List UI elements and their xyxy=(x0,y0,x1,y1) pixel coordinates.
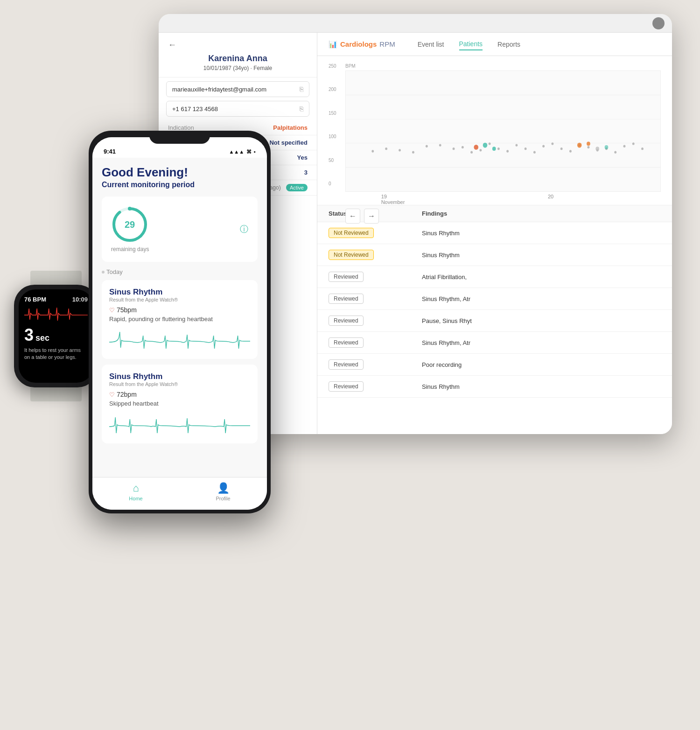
svg-point-5 xyxy=(385,147,387,150)
indication-value: Palpitations xyxy=(273,124,308,131)
svg-point-41 xyxy=(128,207,132,211)
watch-band-bottom xyxy=(30,387,82,401)
status-badge: Reviewed xyxy=(329,359,364,370)
logo-text: Cardiologs xyxy=(340,40,377,48)
phone-greeting: Good Evening! xyxy=(102,165,258,180)
back-button[interactable]: ← xyxy=(168,40,176,50)
watch-time: 10:09 xyxy=(72,296,88,303)
patient-phone-field: +1 617 123 4568 ⎘ xyxy=(166,101,309,117)
status-badge: Reviewed xyxy=(329,381,364,392)
nav-item-home[interactable]: ⌂ Home xyxy=(129,482,142,501)
svg-point-14 xyxy=(489,142,491,145)
findings-text: Sinus Rhythm, Atr xyxy=(422,295,661,302)
patient-phone: +1 617 123 4568 xyxy=(172,105,218,112)
svg-point-30 xyxy=(632,142,635,145)
profile-icon: 👤 xyxy=(217,482,230,494)
ecg-bpm-2: ♡ 72bpm xyxy=(109,391,250,398)
medication-value: Not specified xyxy=(269,139,308,146)
signal-icon: ▲▲▲ xyxy=(229,149,244,155)
svg-point-34 xyxy=(492,147,496,151)
cha-value: 3 xyxy=(304,169,308,176)
svg-point-7 xyxy=(412,151,414,153)
svg-point-38 xyxy=(605,145,609,149)
active-badge: Active xyxy=(286,184,308,191)
table-row[interactable]: Reviewed Atrial Fibrillation, xyxy=(317,266,672,288)
svg-point-25 xyxy=(588,146,590,148)
table-row[interactable]: Reviewed Poor recording xyxy=(317,354,672,376)
profile-label: Profile xyxy=(216,496,230,501)
findings-text: Sinus Rhythm xyxy=(422,383,661,390)
copy-phone-icon[interactable]: ⎘ xyxy=(300,105,303,112)
findings-text: Poor recording xyxy=(422,361,661,368)
svg-point-33 xyxy=(483,143,488,148)
status-badge: Not Reviewed xyxy=(329,228,374,238)
table-row[interactable]: Not Reviewed Sinus Rhythm xyxy=(317,222,672,244)
svg-point-4 xyxy=(371,150,374,152)
patient-dob: 10/01/1987 (34yo) · Female xyxy=(168,65,308,71)
watch-big-num: 3 xyxy=(24,325,34,345)
svg-point-10 xyxy=(453,147,455,150)
table-row[interactable]: Reviewed Sinus Rhythm xyxy=(317,376,672,398)
nav-item-profile[interactable]: 👤 Profile xyxy=(216,482,230,501)
home-label: Home xyxy=(129,496,142,501)
ecg-title-1: Sinus Rhythm xyxy=(109,288,250,297)
wifi-icon: ⌘ xyxy=(246,149,252,155)
phone-screen: 9:41 ▲▲▲ ⌘ ▪ Good Evening! Current monit… xyxy=(92,137,267,510)
status-badge: Reviewed xyxy=(329,272,364,282)
status-badge: Not Reviewed xyxy=(329,250,374,260)
info-icon[interactable]: ⓘ xyxy=(240,224,248,235)
table-row[interactable]: Not Reviewed Sinus Rhythm xyxy=(317,244,672,266)
watch-body: 76 BPM 10:09 3 sec It helps to rest your… xyxy=(14,285,98,387)
patient-name: Karenina Anna xyxy=(168,54,308,63)
heart-icon-2: ♡ xyxy=(109,391,115,398)
svg-point-36 xyxy=(587,142,590,146)
status-badge: Reviewed xyxy=(329,337,364,348)
table-row[interactable]: Reviewed Pause, Sinus Rhyt xyxy=(317,310,672,332)
svg-point-8 xyxy=(426,145,428,147)
svg-point-31 xyxy=(641,147,644,150)
bpm-label: BPM xyxy=(345,63,661,69)
circle-days: 29 xyxy=(125,219,135,230)
phone: 9:41 ▲▲▲ ⌘ ▪ Good Evening! Current monit… xyxy=(89,131,271,513)
findings-text: Pause, Sinus Rhyt xyxy=(422,317,661,324)
copy-email-icon[interactable]: ⎘ xyxy=(300,85,303,93)
ecg-title-2: Sinus Rhythm xyxy=(109,372,250,381)
phone-status-icons: ▲▲▲ ⌘ ▪ xyxy=(229,149,256,155)
svg-point-19 xyxy=(533,151,536,153)
chart-canvas xyxy=(345,70,661,192)
watch-header-row: 76 BPM 10:09 xyxy=(24,296,88,303)
circle-label: remaining days xyxy=(111,246,149,253)
indication-label: Indication xyxy=(168,124,194,131)
ecg-bpm-1: ♡ 75bpm xyxy=(109,306,250,314)
tab-event-list[interactable]: Event list xyxy=(418,39,444,50)
ecg-card-1[interactable]: Sinus Rhythm Result from the Apple Watch… xyxy=(102,280,258,359)
watch-band-top xyxy=(30,271,82,285)
tablet-avatar xyxy=(652,17,665,29)
tab-reports[interactable]: Reports xyxy=(497,39,520,50)
svg-point-15 xyxy=(497,147,500,150)
ecg-wave-1 xyxy=(109,328,250,351)
ecg-symptom-2: Skipped heartbeat xyxy=(109,400,250,407)
svg-point-29 xyxy=(623,145,626,147)
anticoagulated-value: Yes xyxy=(297,154,308,161)
patient-email: marieauxille+fridaytest@gmail.com xyxy=(172,86,266,93)
home-icon: ⌂ xyxy=(133,482,139,494)
findings-text: Sinus Rhythm, Atr xyxy=(422,339,661,346)
chart-y-axis: 250 200 150 100 50 0 xyxy=(329,63,336,186)
svg-point-22 xyxy=(560,147,563,150)
status-badge: Reviewed xyxy=(329,316,364,326)
chart-next-button[interactable]: → xyxy=(364,209,379,224)
chart-prev-button[interactable]: ← xyxy=(345,209,360,224)
ecg-card-2[interactable]: Sinus Rhythm Result from the Apple Watch… xyxy=(102,365,258,443)
svg-point-37 xyxy=(595,147,599,151)
phone-time: 9:41 xyxy=(104,148,116,155)
svg-point-9 xyxy=(439,144,441,146)
tablet-top-bar xyxy=(159,14,672,33)
table-row[interactable]: Reviewed Sinus Rhythm, Atr xyxy=(317,288,672,310)
patient-email-field: marieauxille+fridaytest@gmail.com ⎘ xyxy=(166,81,309,97)
svg-point-16 xyxy=(506,150,509,152)
tab-patients[interactable]: Patients xyxy=(459,38,483,50)
svg-point-18 xyxy=(525,147,527,150)
status-badge: Reviewed xyxy=(329,294,364,304)
table-row[interactable]: Reviewed Sinus Rhythm, Atr xyxy=(317,332,672,354)
